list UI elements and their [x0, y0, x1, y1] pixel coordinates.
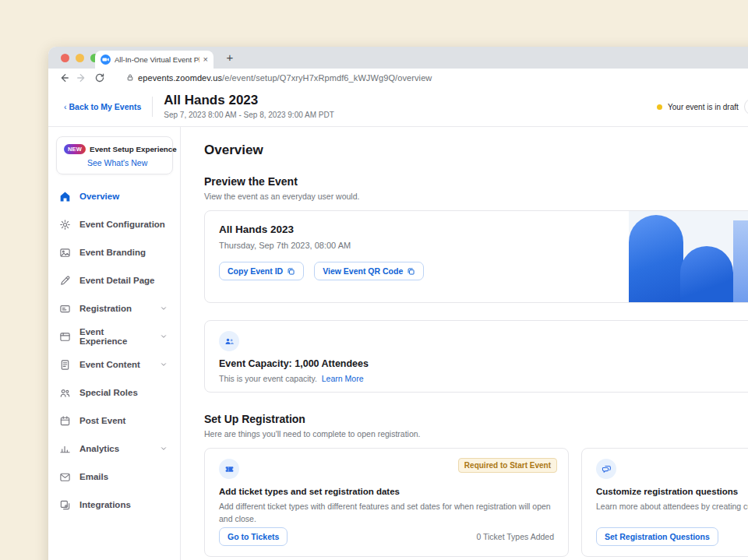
sidebar-item-special-roles[interactable]: Special Roles [56, 379, 175, 407]
event-title-block: All Hands 2023 Sep 7, 2023 8:00 AM - Sep… [164, 93, 333, 119]
event-header: ‹Back to My Events All Hands 2023 Sep 7,… [48, 86, 748, 127]
sidebar-item-post-event[interactable]: Post Event [56, 407, 175, 435]
back-icon[interactable] [58, 72, 69, 83]
address-bar[interactable]: epevents.zoomdev.us/e/event/setup/Q7xryH… [126, 73, 432, 83]
header-divider [152, 97, 153, 117]
ticket-icon-circle [219, 459, 239, 479]
chevron-down-icon[interactable] [160, 305, 168, 312]
browser-tab[interactable]: All-In-One Virtual Event Platfo × [95, 51, 213, 69]
sidebar-item-overview[interactable]: Overview [56, 182, 175, 210]
sidebar-item-integrations[interactable]: Integrations [56, 491, 175, 519]
sidebar-item-emails[interactable]: Emails [56, 463, 175, 491]
url-text: epevents.zoomdev.us/e/event/setup/Q7xryH… [138, 73, 432, 83]
illustration-arch-tall [629, 215, 683, 302]
url-path: /e/event/setup/Q7xryH7xRpmdf6_kWJWg9Q/ov… [222, 73, 432, 83]
sidebar-item-label: Event Detail Page [79, 276, 155, 285]
sidebar-item-event-content[interactable]: Event Content [56, 350, 175, 379]
sidebar-item-event-configuration[interactable]: Event Configuration [56, 210, 175, 238]
sidebar-item-event-branding[interactable]: Event Branding [56, 238, 175, 266]
pencil-icon [59, 275, 71, 287]
browser-tabstrip: All-In-One Virtual Event Platfo × + [48, 47, 748, 69]
sidebar-item-event-experience[interactable]: Event Experience [56, 322, 175, 350]
capacity-desc-text: This is your event capacity. [219, 374, 317, 383]
set-registration-questions-button[interactable]: Set Registration Questions [596, 527, 718, 546]
reload-icon[interactable] [94, 72, 105, 83]
questions-card-desc: Learn more about attendees by creating c… [596, 501, 748, 513]
tab-title: All-In-One Virtual Event Platfo [115, 55, 199, 64]
back-to-my-events-link[interactable]: ‹Back to My Events [64, 102, 141, 111]
sidebar-item-label: Special Roles [79, 388, 138, 397]
event-branding-illustration [629, 211, 748, 302]
forward-icon[interactable] [76, 72, 87, 83]
new-tab-button[interactable]: + [223, 51, 237, 64]
questions-card-title: Customize registration questions [596, 487, 748, 496]
questions-icon-circle [596, 459, 616, 479]
home-icon [59, 191, 71, 203]
registration-heading: Set Up Registration [204, 413, 748, 425]
illustration-band [733, 220, 748, 302]
zoom-favicon [101, 55, 111, 65]
copy-event-id-label: Copy Event ID [228, 266, 283, 276]
sidebar-nav: Overview Event Configuration [56, 182, 175, 519]
setup-sidebar: NEW Event Setup Experience See What's Ne… [48, 127, 181, 560]
see-whats-new-link[interactable]: See What's New [87, 158, 165, 167]
sidebar-item-label: Event Configuration [79, 220, 165, 229]
tab-close-icon[interactable]: × [203, 55, 208, 64]
learn-more-link[interactable]: Learn More [322, 374, 364, 383]
preview-subheading: View the event as an everyday user would… [204, 192, 748, 201]
chevron-down-icon[interactable] [160, 361, 168, 368]
browser-window: All-In-One Virtual Event Platfo × + epe [48, 47, 748, 560]
capacity-icon-circle [219, 331, 239, 351]
sidebar-item-label: Overview [79, 192, 119, 201]
sidebar-item-event-detail-page[interactable]: Event Detail Page [56, 266, 175, 294]
tickets-setup-card: Required to Start Event Add ticket types… [204, 448, 569, 557]
lock-icon [126, 73, 134, 82]
close-window-button[interactable] [61, 54, 69, 62]
ticket-types-count: 0 Ticket Types Added [476, 532, 554, 541]
overview-main: Overview Preview the Event View the even… [181, 127, 748, 560]
registration-questions-card: Customize registration questions Learn m… [581, 448, 748, 557]
header-status-group: Your event is in draft [657, 98, 748, 115]
header-action-button-clipped[interactable] [744, 98, 748, 115]
go-to-tickets-label: Go to Tickets [228, 532, 279, 541]
bar-chart-icon [59, 443, 71, 455]
chevron-down-icon[interactable] [160, 333, 168, 340]
sidebar-item-label: Registration [79, 304, 132, 313]
page-title: Overview [204, 143, 748, 158]
sidebar-item-registration[interactable]: Registration [56, 294, 175, 322]
illustration-arch-short [680, 246, 733, 302]
event-preview-card: All Hands 2023 Thursday, Sep 7th 2023, 0… [204, 210, 748, 303]
capacity-desc: This is your event capacity. Learn More [219, 374, 748, 383]
new-badge: NEW [64, 144, 86, 154]
draft-status-dot [657, 104, 662, 110]
sidebar-item-label: Emails [79, 472, 108, 481]
view-event-qr-code-button[interactable]: View Event QR Code [314, 262, 424, 280]
calendar-icon [59, 415, 71, 427]
copy-event-id-button[interactable]: Copy Event ID [219, 262, 304, 280]
required-badge: Required to Start Event [458, 458, 557, 473]
sidebar-item-analytics[interactable]: Analytics [56, 435, 175, 463]
preview-heading: Preview the Event [204, 175, 748, 188]
url-host: epevents.zoomdev.us [138, 73, 222, 83]
registration-subheading: Here are things you'll need to complete … [204, 429, 748, 438]
chat-icon [602, 464, 612, 474]
image-icon [59, 247, 71, 259]
chevron-down-icon[interactable] [160, 445, 168, 453]
capacity-title: Event Capacity: 1,000 Attendees [219, 358, 748, 369]
event-dates: Sep 7, 2023 8:00 AM - Sep 8, 2023 9:00 A… [164, 111, 333, 119]
registration-card-icon [59, 303, 71, 315]
tickets-card-desc: Add different ticket types with differen… [219, 501, 554, 526]
view-qr-label: View Event QR Code [323, 266, 403, 276]
attendees-icon [224, 336, 235, 347]
promo-title: Event Setup Experience [90, 145, 177, 153]
sidebar-item-label: Post Event [79, 416, 125, 425]
event-capacity-card: Event Capacity: 1,000 Attendees This is … [204, 320, 748, 393]
go-to-tickets-button[interactable]: Go to Tickets [219, 527, 288, 546]
window-controls[interactable] [61, 54, 99, 62]
integrations-icon [59, 499, 71, 511]
new-experience-card: NEW Event Setup Experience See What's Ne… [56, 136, 173, 174]
ticket-icon [224, 464, 235, 474]
minimize-window-button[interactable] [76, 54, 84, 62]
sidebar-item-label: Event Branding [79, 248, 146, 257]
document-icon [59, 359, 71, 371]
